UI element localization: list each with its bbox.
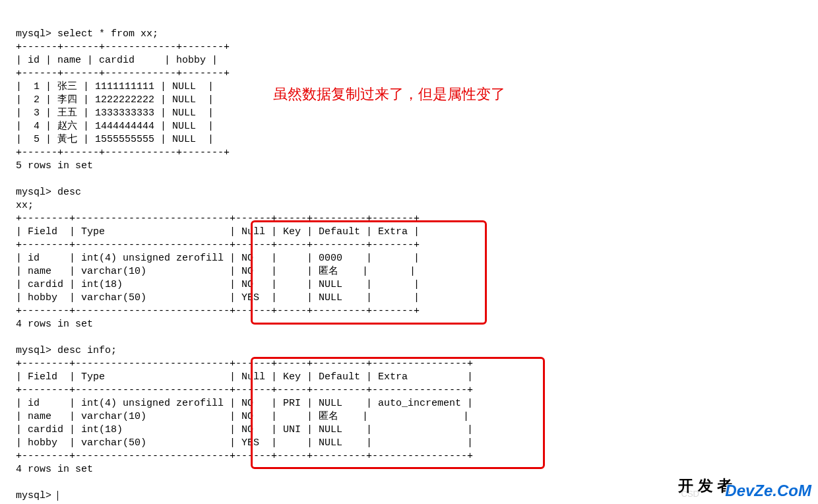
- sql-desc-target: xx;: [16, 200, 34, 211]
- result-count: 4 rows in set: [16, 319, 93, 330]
- result-count: 5 rows in set: [16, 160, 93, 172]
- desc-sep: +--------+--------------------------+---…: [16, 358, 473, 369]
- table-sep: +------+------+------------+-------+: [16, 42, 230, 53]
- desc-row: | hobby | varchar(50) | YES | | NULL | |: [16, 437, 473, 449]
- table-row: | 4 | 赵六 | 1444444444 | NULL |: [16, 121, 214, 132]
- result-count: 4 rows in set: [16, 464, 93, 475]
- watermark-top: 开 发 者: [678, 476, 732, 496]
- desc-row: | id | int(4) unsigned zerofill | NO | P…: [16, 398, 473, 409]
- desc-sep: +--------+--------------------------+---…: [16, 305, 420, 317]
- desc-sep: +--------+--------------------------+---…: [16, 385, 473, 396]
- terminal-output: mysql> select * from xx; +------+------+…: [0, 0, 818, 503]
- annotation-text: 虽然数据复制过来了，但是属性变了: [273, 84, 505, 104]
- desc-row: | cardid | int(18) | NO | UNI | NULL | |: [16, 424, 473, 435]
- table-header: | id | name | cardid | hobby |: [16, 55, 218, 66]
- desc-sep: +--------+--------------------------+---…: [16, 213, 420, 224]
- sql-desc: mysql> desc: [16, 187, 81, 198]
- table-row: | 3 | 王五 | 1333333333 | NULL |: [16, 108, 214, 119]
- table-row: | 5 | 黃七 | 1555555555 | NULL |: [16, 134, 214, 145]
- mysql-prompt: mysql>: [16, 490, 57, 501]
- desc-sep: +--------+--------------------------+---…: [16, 239, 420, 251]
- table-sep: +------+------+------------+-------+: [16, 147, 230, 158]
- sql-desc-info: mysql> desc info;: [16, 345, 117, 356]
- desc-row: | name | varchar(10) | NO | | 匿名 | |: [16, 266, 416, 277]
- sql-select: mysql> select * from xx;: [16, 28, 158, 40]
- desc-row: | id | int(4) unsigned zerofill | NO | |…: [16, 253, 420, 264]
- desc-row: | cardid | int(18) | NO | | NULL | |: [16, 279, 420, 290]
- desc-sep: +--------+--------------------------+---…: [16, 451, 473, 462]
- desc-header: | Field | Type | Null | Key | Default | …: [16, 371, 473, 383]
- desc-header: | Field | Type | Null | Key | Default | …: [16, 226, 420, 237]
- table-row: | 1 | 张三 | 1111111111 | NULL |: [16, 81, 214, 92]
- table-row: | 2 | 李四 | 1222222222 | NULL |: [16, 94, 214, 106]
- table-sep: +------+------+------------+-------+: [16, 68, 230, 79]
- watermark-main: DevZe.CoM: [725, 482, 811, 500]
- desc-row: | name | varchar(10) | NO | | 匿名 | |: [16, 411, 469, 422]
- cursor-icon: [57, 491, 58, 501]
- desc-row: | hobby | varchar(50) | YES | | NULL | |: [16, 292, 420, 303]
